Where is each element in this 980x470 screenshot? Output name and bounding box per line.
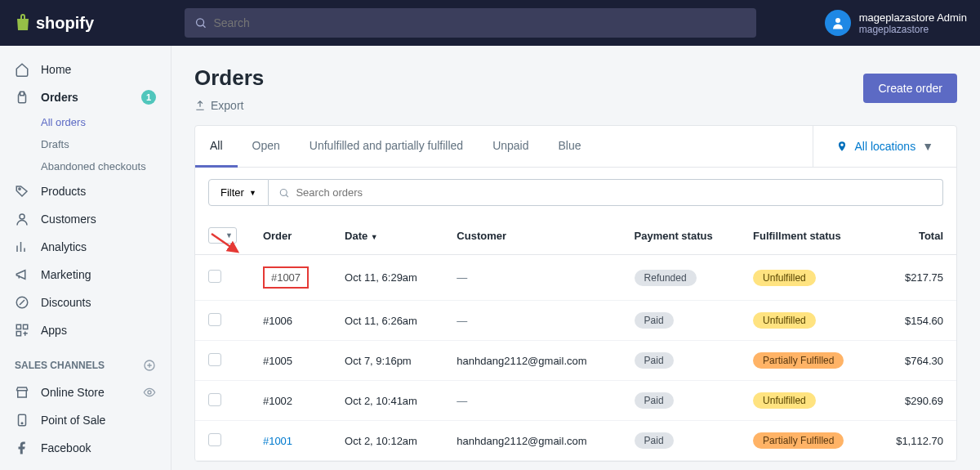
svg-point-1 <box>835 18 840 23</box>
tab-all[interactable]: All <box>195 126 238 168</box>
order-date: Oct 2, 10:41am <box>332 381 443 421</box>
profile-menu[interactable]: mageplazastore Admin mageplazastore <box>825 10 967 36</box>
col-date[interactable]: Date ▼ <box>332 217 443 255</box>
topbar: shopify mageplazastore Admin mageplazast… <box>0 0 980 46</box>
order-date: Oct 7, 9:16pm <box>332 341 443 381</box>
order-number[interactable]: #1001 <box>263 435 292 447</box>
nav-discounts[interactable]: Discounts <box>0 289 171 316</box>
col-total[interactable]: Total <box>873 217 956 255</box>
svg-point-11 <box>21 423 23 424</box>
tag-icon <box>15 184 29 199</box>
table-row[interactable]: #1001 Oct 2, 10:12am hanhdang2112@gmail.… <box>195 421 956 461</box>
add-channel-icon[interactable] <box>143 359 156 372</box>
payment-status-badge: Paid <box>635 312 674 329</box>
row-checkbox[interactable] <box>208 353 221 366</box>
orders-badge: 1 <box>141 90 156 105</box>
create-order-button[interactable]: Create order <box>863 74 957 103</box>
col-fulfillment[interactable]: Fulfillment status <box>740 217 873 255</box>
nav-all-orders[interactable]: All orders <box>0 111 171 133</box>
col-payment[interactable]: Payment status <box>621 217 741 255</box>
order-number[interactable]: #1002 <box>263 395 292 407</box>
orders-table: ▼ Order Date ▼ Customer Payment status F… <box>195 217 956 461</box>
nav-abandoned[interactable]: Abandoned checkouts <box>0 155 171 177</box>
nav-customers[interactable]: Customers <box>0 205 171 233</box>
tab-blue[interactable]: Blue <box>544 126 596 167</box>
sales-channels-label: SALES CHANNELS <box>0 344 171 378</box>
nav-marketing[interactable]: Marketing <box>0 261 171 289</box>
brand-text: shopify <box>36 14 94 33</box>
table-row[interactable]: #1005 Oct 7, 9:16pm hanhdang2112@gmail.c… <box>195 341 956 381</box>
svg-point-13 <box>280 189 287 195</box>
svg-point-2 <box>19 188 20 190</box>
megaphone-icon <box>15 267 29 282</box>
nav-online-store[interactable]: Online Store <box>0 378 171 406</box>
nav-pos[interactable]: Point of Sale <box>0 406 171 434</box>
tab-unpaid[interactable]: Unpaid <box>478 126 543 167</box>
tab-open[interactable]: Open <box>238 126 295 167</box>
orders-icon <box>15 90 29 105</box>
payment-status-badge: Paid <box>635 352 674 369</box>
tab-unfulfilled[interactable]: Unfulfilled and partially fulfilled <box>295 126 478 167</box>
search-orders[interactable] <box>269 179 943 206</box>
table-row[interactable]: #1002 Oct 2, 10:41am — Paid Unfulfilled … <box>195 381 956 421</box>
payment-status-badge: Paid <box>635 432 674 449</box>
profile-name: mageplazastore Admin <box>859 11 967 24</box>
fulfillment-status-badge: Partially Fulfilled <box>753 352 844 369</box>
svg-point-0 <box>197 19 204 26</box>
eye-icon[interactable] <box>143 386 156 399</box>
sort-caret-icon: ▼ <box>371 233 378 241</box>
page-header: Orders Export Create order <box>194 65 957 112</box>
home-icon <box>15 62 29 77</box>
global-search[interactable] <box>185 8 756 38</box>
search-input[interactable] <box>213 16 746 29</box>
select-all-checkbox[interactable]: ▼ <box>208 227 237 244</box>
table-row[interactable]: #1006 Oct 11, 6:26am — Paid Unfulfilled … <box>195 301 956 341</box>
customer-empty: — <box>457 315 467 327</box>
bar-chart-icon <box>15 239 29 254</box>
order-total: $1,112.70 <box>873 421 956 461</box>
order-number-highlighted[interactable]: #1007 <box>263 266 309 289</box>
store-icon <box>15 385 29 400</box>
order-number[interactable]: #1005 <box>263 355 292 367</box>
orders-card: All Open Unfulfilled and partially fulfi… <box>194 125 957 462</box>
nav-home[interactable]: Home <box>0 56 171 83</box>
row-checkbox[interactable] <box>208 313 221 326</box>
svg-rect-6 <box>24 325 28 329</box>
col-order[interactable]: Order <box>250 217 332 255</box>
fulfillment-status-badge: Unfulfilled <box>753 392 816 409</box>
nav-facebook[interactable]: Facebook <box>0 434 171 462</box>
order-date: Oct 2, 10:12am <box>332 421 443 461</box>
nav-products[interactable]: Products <box>0 177 171 205</box>
svg-rect-7 <box>16 332 20 336</box>
payment-status-badge: Refunded <box>635 270 697 286</box>
locations-selector[interactable]: All locations ▼ <box>813 126 956 167</box>
avatar-icon <box>831 16 845 30</box>
search-orders-input[interactable] <box>296 186 933 199</box>
svg-point-3 <box>20 214 24 219</box>
logo[interactable]: shopify <box>13 13 185 33</box>
order-number[interactable]: #1006 <box>263 315 292 327</box>
row-checkbox[interactable] <box>208 433 221 446</box>
col-customer[interactable]: Customer <box>443 217 621 255</box>
fulfillment-status-badge: Unfulfilled <box>753 270 816 286</box>
nav-analytics[interactable]: Analytics <box>0 233 171 261</box>
nav-orders[interactable]: Orders 1 <box>0 83 171 111</box>
nav-drafts[interactable]: Drafts <box>0 133 171 155</box>
export-button[interactable]: Export <box>194 99 264 112</box>
nav-apps[interactable]: Apps <box>0 316 171 344</box>
row-checkbox[interactable] <box>208 393 221 406</box>
order-date: Oct 11, 6:29am <box>332 255 443 301</box>
avatar <box>825 10 851 36</box>
chevron-down-icon: ▼ <box>922 140 933 153</box>
row-checkbox[interactable] <box>208 270 221 283</box>
fulfillment-status-badge: Unfulfilled <box>753 312 816 329</box>
customer-empty: — <box>457 271 467 284</box>
filter-button[interactable]: Filter ▼ <box>208 179 269 206</box>
location-pin-icon <box>836 141 848 152</box>
export-icon <box>194 100 206 111</box>
svg-point-9 <box>148 391 151 394</box>
table-row[interactable]: #1007 Oct 11, 6:29am — Refunded Unfulfil… <box>195 255 956 301</box>
facebook-icon <box>15 441 29 455</box>
search-icon <box>278 187 290 199</box>
page-title: Orders <box>194 65 264 91</box>
